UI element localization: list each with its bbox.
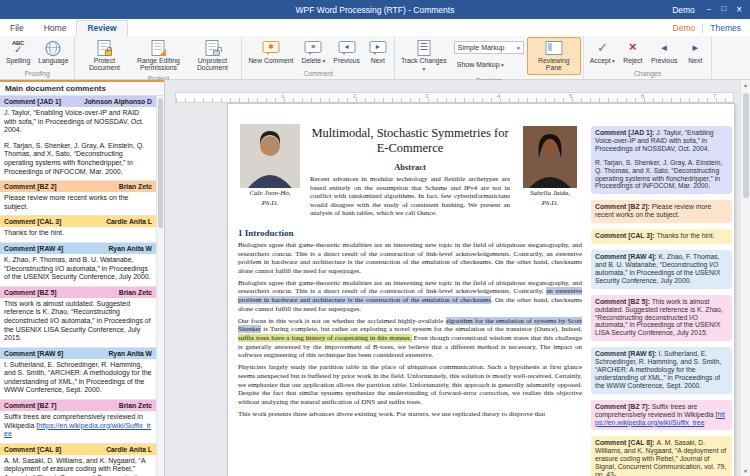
delete-comment-icon — [303, 40, 323, 56]
panel-comment-header: Comment [BZ 2]Brian Zetc — [0, 181, 156, 192]
next-comment-button[interactable]: Next — [364, 37, 392, 68]
next-change-button[interactable]: Next — [681, 37, 709, 68]
comment-tag: Comment [RAW 6] — [4, 350, 63, 357]
panel-comment[interactable]: Comment [BZ 7]Brian ZetcSuffix trees are… — [0, 400, 156, 444]
document-page[interactable]: Cale Joon-Ho, Ph.D. Multimodal, Stochast… — [227, 103, 735, 476]
scroll-up-icon[interactable] — [741, 80, 750, 90]
button-label: Next — [371, 57, 385, 64]
button-label: Delete — [301, 57, 325, 65]
button-label: Track Changes — [401, 57, 447, 74]
comment-tag: Comment [RAW 4] — [4, 245, 63, 252]
delete-comment-button[interactable]: Delete — [297, 37, 329, 68]
panel-comment[interactable]: Comment [BZ 5]Brian ZetcThis work is alm… — [0, 287, 156, 348]
tab-file[interactable]: File — [0, 21, 34, 36]
comment-tag: Comment [CAL 3]: — [595, 232, 656, 239]
comments-panel: Main document comments Comment [JAD 1]Jo… — [0, 80, 165, 476]
scroll-down-icon[interactable] — [741, 466, 750, 476]
chevron-down-icon — [517, 44, 520, 51]
panel-comment[interactable]: Comment [RAW 6]Ryan Anita WI. Sutherland… — [0, 348, 156, 400]
comment-tag: Comment [BZ 5]: — [595, 298, 652, 305]
themes-link[interactable]: Themes — [710, 23, 741, 33]
comment-text: Thanks for the hint. — [0, 227, 156, 242]
comment-link[interactable]: https://en.wikipedia.org/wiki/Suffix_tre… — [595, 411, 725, 426]
comment-link[interactable]: https://en.wikipedia.org/wiki/Suffix_tre… — [4, 422, 151, 438]
comment-tag: Comment [BZ 2]: — [595, 203, 652, 210]
panel-comment-header: Comment [CAL 8]Cardle Anita L — [0, 444, 156, 455]
comment-author: Johnson Alphonso D — [84, 98, 152, 105]
abstract-text: Recent advances in modular technology an… — [310, 175, 510, 218]
reviewing-pane-button[interactable]: Reviewing Pane — [527, 37, 581, 75]
comment-text: J. Taylor, “Enabling Voice-over-IP and R… — [0, 107, 156, 180]
panel-comment[interactable]: Comment [JAD 1]Johnson Alphonso DJ. Tayl… — [0, 96, 156, 181]
range-editing-permissions-button[interactable]: Range Editing Permissions — [131, 37, 185, 73]
comment-text: Please review more recent works on the s… — [0, 192, 156, 215]
document-area: 1234567 — [165, 80, 750, 476]
previous-comment-button[interactable]: Previous — [329, 37, 363, 68]
group-label-proofing: Proofing — [2, 68, 72, 79]
comment-author: Brian Zetc — [119, 183, 152, 190]
margin-comment[interactable]: Comment [BZ 5]: This work is almost outd… — [591, 295, 732, 342]
panel-scrollbar[interactable] — [156, 96, 164, 476]
comment-author: Brian Zetc — [119, 289, 152, 296]
margin-comment[interactable]: Comment [RAW 6]: I. Sutherland, E. Schro… — [591, 347, 732, 394]
reject-button[interactable]: Reject — [619, 37, 647, 68]
language-button[interactable]: Language — [34, 37, 72, 68]
button-label: Next — [688, 57, 702, 64]
ruler[interactable]: 1234567 — [175, 92, 734, 103]
section-heading: 1 Introduction — [238, 228, 582, 238]
protect-document-icon — [94, 40, 114, 56]
window-title: WPF Word Processing (RTF) - Comments — [0, 5, 750, 15]
comment-author: Cardle Anita L — [106, 218, 152, 225]
vertical-scrollbar[interactable] — [740, 80, 750, 476]
document-content: Cale Joon-Ho, Ph.D. Multimodal, Stochast… — [238, 124, 582, 476]
spelling-button[interactable]: Spelling — [2, 37, 34, 68]
margin-comment[interactable]: Comment [RAW 4]: K. Zhao, F. Thomas, and… — [591, 250, 732, 289]
demo-link[interactable]: Demo — [673, 23, 696, 33]
previous-change-button[interactable]: Previous — [647, 37, 681, 68]
track-changes-button[interactable]: Track Changes — [397, 37, 451, 75]
author-photo-left — [240, 124, 300, 188]
comment-author: Brian Zetc — [119, 402, 152, 409]
button-label: Reject — [623, 57, 642, 64]
margin-comment[interactable]: Comment [CAL 3]: Thanks for the hint. — [591, 229, 732, 244]
new-comment-button[interactable]: New Comment — [244, 37, 297, 68]
comments-panel-list: Comment [JAD 1]Johnson Alphonso DJ. Tayl… — [0, 96, 164, 476]
paragraph: Our focus in this work is not on whether… — [238, 317, 582, 361]
accept-button[interactable]: Accept — [586, 37, 619, 68]
minimize-button[interactable] — [707, 4, 711, 15]
author-block-right: Sabella Jaida, Ph.D. — [518, 124, 582, 207]
show-markup-button[interactable]: Show Markup — [454, 58, 524, 70]
track-changes-icon — [414, 40, 434, 56]
comment-anchor-highlight[interactable]: suffix trees have a long history of coop… — [238, 334, 412, 342]
scrollbar-thumb[interactable] — [743, 93, 749, 198]
panel-title: Main document comments — [5, 84, 106, 93]
arrow-right-icon — [685, 40, 705, 56]
paper-title: Multimodal, Stochastic Symmetries for E-… — [310, 126, 510, 155]
panel-comment[interactable]: Comment [CAL 8]Cardle Anita LA. M. Sasak… — [0, 444, 156, 476]
paragraph: This work presents three advances above … — [238, 410, 582, 419]
panel-scrollbar-thumb[interactable] — [158, 98, 163, 228]
comment-tag: Comment [CAL 8] — [4, 446, 61, 453]
panel-comment[interactable]: Comment [RAW 4]Ryan Anita WK. Zhao, F. T… — [0, 243, 156, 287]
margin-comment[interactable]: Comment [CAL 8]: A. M. Sasaki, D. Willia… — [591, 436, 732, 476]
close-button[interactable] — [736, 4, 742, 15]
margin-comment[interactable]: Comment [BZ 7]: Suffix trees are compreh… — [591, 400, 732, 431]
arrow-right-icon — [368, 41, 388, 51]
margin-comment[interactable]: Comment [JAD 1]: J. Taylor, “Enabling Vo… — [591, 126, 732, 194]
tab-home[interactable]: Home — [34, 21, 77, 36]
maximize-button[interactable] — [721, 4, 726, 15]
tab-review[interactable]: Review — [76, 20, 127, 36]
markup-mode-select[interactable]: Simple Markup — [454, 41, 524, 54]
panel-comment[interactable]: Comment [CAL 3]Cardle Anita LThanks for … — [0, 216, 156, 243]
arrow-left-icon — [654, 40, 674, 56]
unprotect-document-button[interactable]: Unprotect Document — [185, 37, 239, 73]
x-icon — [303, 41, 323, 51]
panel-comment[interactable]: Comment [BZ 2]Brian ZetcPlease review mo… — [0, 181, 156, 216]
author-degree: Ph.D. — [518, 199, 582, 208]
paragraph: Physicists largely study the partition t… — [238, 363, 582, 407]
paragraph: Biologists agree that game-theoretic mod… — [238, 279, 582, 314]
ribbon-group-protect: Protect Document Range Editing Permissio… — [75, 36, 242, 79]
protect-document-button[interactable]: Protect Document — [77, 37, 131, 73]
margin-comment[interactable]: Comment [BZ 2]: Please review more recen… — [591, 200, 732, 223]
comment-tag: Comment [RAW 6]: — [595, 350, 658, 357]
